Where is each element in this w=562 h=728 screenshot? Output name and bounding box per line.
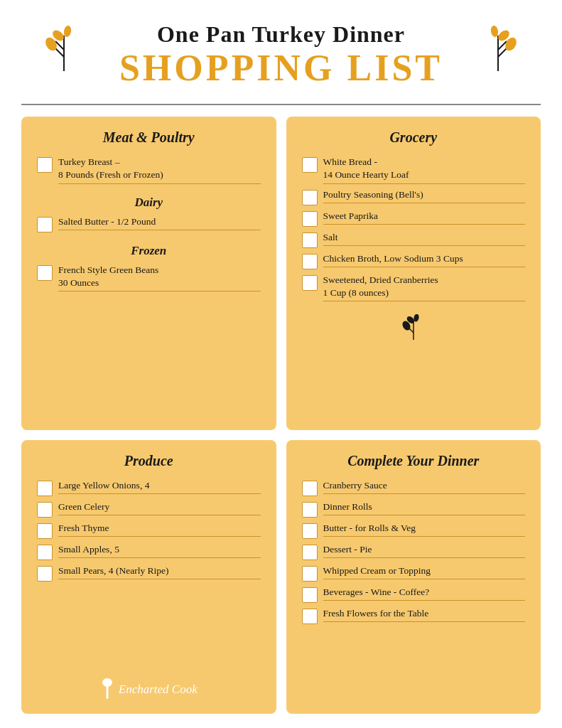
item-row: Sweetened, Dried Cranberries1 Cup (8 oun… (302, 274, 526, 301)
page: One Pan Turkey Dinner SHOPPING LIST Meat… (0, 0, 562, 728)
header-divider (21, 104, 541, 105)
card-produce: ProduceLarge Yellow Onions, 4Green Celer… (21, 440, 276, 714)
item-text: Fresh Flowers for the Table (323, 607, 526, 622)
checkbox[interactable] (302, 502, 318, 518)
item-text: Dessert - Pie (323, 543, 526, 558)
item-text: Sweetened, Dried Cranberries1 Cup (8 oun… (323, 274, 526, 301)
svg-point-17 (102, 678, 112, 687)
item-text: Turkey Breast –8 Pounds (Fresh or Frozen… (58, 156, 261, 183)
item-row: White Bread -14 Ounce Hearty Loaf (302, 156, 526, 183)
checkbox[interactable] (302, 275, 318, 291)
item-row: Dinner Rolls (302, 500, 526, 518)
checkbox[interactable] (302, 609, 318, 624)
checkbox[interactable] (37, 545, 53, 560)
spoon-icon (100, 678, 114, 701)
checkbox[interactable] (302, 481, 318, 496)
section-title-produce: Produce (37, 453, 261, 469)
item-text: Cranberry Sauce (323, 479, 526, 494)
card-complete-dinner: Complete Your DinnerCranberry SauceDinne… (286, 440, 541, 714)
checkbox[interactable] (37, 157, 53, 173)
checkbox[interactable] (37, 523, 53, 539)
header-subtitle: SHOPPING LIST (119, 48, 443, 88)
item-text: Large Yellow Onions, 4 (58, 479, 261, 494)
item-text: Whipped Cream or Topping (323, 564, 526, 579)
item-row: Poultry Seasoning (Bell's) (302, 188, 526, 205)
item-text: Fresh Thyme (58, 522, 261, 537)
card-meat-dairy-frozen: Meat & PoultryTurkey Breast –8 Pounds (F… (21, 117, 276, 429)
leaf-left-icon (43, 21, 85, 74)
item-text: Small Pears, 4 (Nearly Ripe) (58, 564, 261, 579)
item-row: Chicken Broth, Low Sodium 3 Cups (302, 252, 526, 269)
item-row: Salted Butter - 1/2 Pound (37, 215, 261, 232)
card-grocery: GroceryWhite Bread -14 Ounce Hearty Loaf… (286, 117, 541, 429)
item-text: Beverages - Wine - Coffee? (323, 586, 526, 601)
checkbox[interactable] (302, 545, 318, 560)
section-title-dairy: Dairy (37, 196, 261, 210)
svg-rect-18 (106, 686, 108, 699)
item-row: Large Yellow Onions, 4 (37, 479, 261, 496)
item-row: Green Celery (37, 500, 261, 518)
checkbox[interactable] (37, 481, 53, 496)
leaf-right-icon (477, 21, 519, 74)
section-title-complete-your-dinner: Complete Your Dinner (302, 453, 526, 469)
item-text: Dinner Rolls (323, 500, 526, 515)
brand-name: Encharted Cook (119, 682, 198, 697)
item-row: Beverages - Wine - Coffee? (302, 586, 526, 603)
checkbox[interactable] (302, 157, 318, 173)
item-row: Fresh Flowers for the Table (302, 607, 526, 624)
decorative-leaf-icon (302, 314, 526, 344)
checkbox[interactable] (302, 254, 318, 269)
item-text: Poultry Seasoning (Bell's) (323, 188, 526, 203)
checkbox[interactable] (37, 265, 53, 281)
section-title-grocery: Grocery (302, 129, 526, 146)
item-row: French Style Green Beans30 Ounces (37, 264, 261, 291)
item-row: Whipped Cream or Topping (302, 564, 526, 582)
checkbox[interactable] (302, 190, 318, 205)
item-row: Fresh Thyme (37, 522, 261, 539)
item-row: Salt (302, 231, 526, 248)
item-text: Chicken Broth, Low Sodium 3 Cups (323, 252, 526, 267)
item-row: Butter - for Rolls & Veg (302, 522, 526, 539)
checkbox[interactable] (302, 587, 318, 603)
item-row: Turkey Breast –8 Pounds (Fresh or Frozen… (37, 156, 261, 183)
checkbox[interactable] (37, 502, 53, 518)
checkbox[interactable] (302, 523, 318, 539)
item-text: Salted Butter - 1/2 Pound (58, 215, 261, 230)
item-row: Small Apples, 5 (37, 543, 261, 560)
checkbox[interactable] (302, 566, 318, 582)
cards-grid: Meat & PoultryTurkey Breast –8 Pounds (F… (21, 117, 541, 714)
brand-row: Encharted Cook (37, 668, 261, 701)
item-row: Dessert - Pie (302, 543, 526, 560)
item-row: Small Pears, 4 (Nearly Ripe) (37, 564, 261, 582)
section-title-frozen: Frozen (37, 244, 261, 258)
item-text: Sweet Paprika (323, 210, 526, 225)
checkbox[interactable] (37, 566, 53, 582)
header: One Pan Turkey Dinner SHOPPING LIST (21, 14, 541, 95)
header-title: One Pan Turkey Dinner (157, 21, 405, 48)
checkbox[interactable] (302, 232, 318, 248)
item-text: Salt (323, 231, 526, 246)
checkbox[interactable] (302, 211, 318, 227)
item-text: Green Celery (58, 500, 261, 515)
checkbox[interactable] (37, 217, 53, 232)
item-text: White Bread -14 Ounce Hearty Loaf (323, 156, 526, 183)
item-text: French Style Green Beans30 Ounces (58, 264, 261, 291)
item-text: Butter - for Rolls & Veg (323, 522, 526, 537)
section-title-meat-&-poultry: Meat & Poultry (37, 129, 261, 146)
item-row: Cranberry Sauce (302, 479, 526, 496)
item-text: Small Apples, 5 (58, 543, 261, 558)
item-row: Sweet Paprika (302, 210, 526, 227)
